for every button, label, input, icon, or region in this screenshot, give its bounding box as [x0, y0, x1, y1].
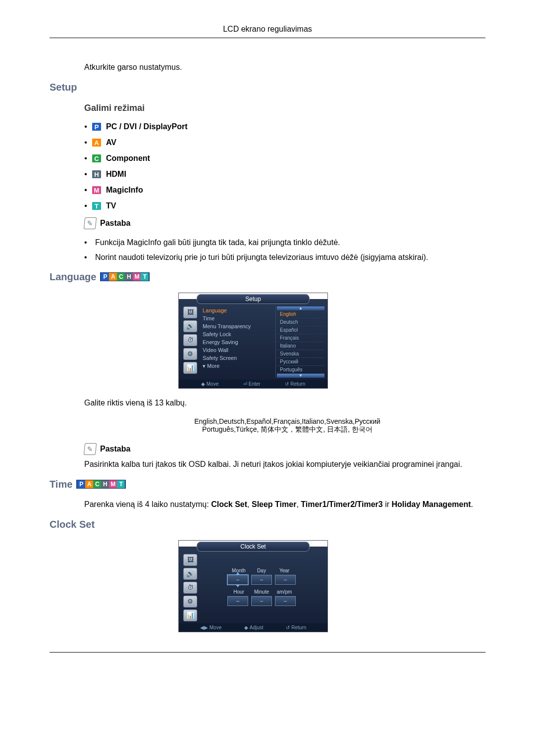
val-day[interactable]: -- — [251, 575, 272, 585]
osd-menu-item[interactable]: Menu Transparency — [203, 322, 273, 330]
mode-list: •PPC / DVI / DisplayPort•AAV•CComponent•… — [84, 122, 485, 210]
lbl-ampm: am/pm — [274, 589, 294, 595]
osd-lang-item[interactable]: Français — [277, 334, 324, 342]
scroll-down-icon[interactable]: ▼ — [277, 374, 324, 378]
move-icon: ◆ — [201, 381, 205, 387]
osd-lang-item[interactable]: Deutsch — [277, 318, 324, 326]
hint-move: Move — [210, 625, 221, 630]
time-opt: Sleep Timer — [252, 500, 296, 508]
language-text: Galite riktis vieną iš 13 kalbų. — [84, 399, 485, 407]
mode-badge-icon: A — [109, 273, 117, 281]
sep: , — [247, 500, 252, 508]
bullet: • — [84, 154, 87, 163]
bullet: • — [84, 202, 87, 210]
and: ir — [383, 500, 392, 508]
osd-lang-item[interactable]: Svenska — [277, 350, 324, 358]
osd-lang-item[interactable]: Español — [277, 326, 324, 334]
mode-badge-icon: M — [133, 273, 141, 281]
osd-menu-item[interactable]: Language — [203, 306, 273, 314]
osd-side-icon[interactable]: 🖼 — [183, 306, 197, 318]
bullet: • — [84, 186, 87, 195]
mode-label: PC / DVI / DisplayPort — [106, 122, 187, 131]
osd-side-icon[interactable]: 🔊 — [183, 568, 197, 580]
val-month[interactable]: -- — [227, 575, 248, 585]
lbl-minute: Minute — [252, 589, 271, 595]
osd-side-icons: 🖼🔊⏱⚙📊 — [182, 554, 199, 621]
time-opt: Clock Set — [211, 500, 247, 508]
osd-side-icon[interactable]: ⚙ — [183, 596, 197, 607]
osd-side-icon[interactable]: 📊 — [183, 609, 197, 621]
osd-side-icons: 🖼🔊⏱⚙📊 — [182, 306, 199, 378]
lang-list-1: English,Deutsch,Español,Français,Italian… — [149, 417, 426, 425]
mode-badge-icon: H — [101, 480, 109, 488]
mode-badge-icon: A — [85, 480, 93, 488]
osd-menu-item[interactable]: Video Wall — [203, 346, 273, 354]
val-year[interactable]: -- — [275, 575, 296, 585]
mode-badge-icon: T — [141, 273, 149, 281]
note-label: Pastaba — [100, 219, 130, 228]
hint-enter: Enter — [249, 381, 261, 387]
time-pre: Parenka vieną iš 4 laiko nustatymų: — [84, 500, 211, 508]
lbl-year: Year — [274, 568, 294, 573]
mode-label: AV — [106, 138, 116, 147]
bullet: • — [84, 138, 87, 147]
mode-row: •MMagicInfo — [84, 186, 485, 195]
osd-language: Setup 🖼🔊⏱⚙📊 LanguageTimeMenu Transparenc… — [178, 293, 328, 389]
page-footer-rule — [50, 652, 485, 657]
return-icon: ↺ — [285, 381, 289, 387]
osd-side-icon[interactable]: ⏱ — [183, 334, 197, 346]
mode-badge-icon: P — [101, 273, 109, 281]
osd-footer: ◆ Move ⏎ Enter ↺ Return — [179, 380, 327, 388]
language-heading: Language — [50, 271, 96, 283]
osd-clockset: Clock Set 🖼🔊⏱⚙📊 Month Day Year -- -- -- … — [178, 540, 328, 632]
mode-label: HDMI — [106, 170, 126, 179]
osd-menu-item[interactable]: Energy Saving — [203, 338, 273, 346]
mode-row: •HHDMI — [84, 170, 485, 179]
hint-return: Return — [290, 381, 305, 387]
time-heading: Time — [50, 479, 72, 490]
page-header: LCD ekrano reguliavimas — [50, 25, 485, 38]
osd-side-icon[interactable]: 🖼 — [183, 554, 197, 566]
hint-adjust: Adjust — [250, 625, 264, 630]
osd-lang-item[interactable]: Português — [277, 366, 324, 374]
val-minute[interactable]: -- — [251, 596, 272, 606]
val-hour[interactable]: -- — [227, 596, 248, 606]
mode-badge-strip: PACHMT — [76, 480, 126, 489]
note-list: •Funkcija MagicInfo gali būti įjungta ti… — [84, 237, 485, 263]
osd-menu-item[interactable]: Safety Screen — [203, 354, 273, 362]
osd-lang-item[interactable]: English — [277, 310, 324, 318]
osd-menu-item[interactable]: Time — [203, 314, 273, 322]
scroll-up-icon[interactable]: ▲ — [277, 306, 324, 310]
osd-side-icon[interactable]: ⏱ — [183, 582, 197, 594]
osd-lang-item[interactable]: Русский — [277, 358, 324, 366]
osd-menu-item[interactable]: Safety Lock — [203, 330, 273, 338]
mode-badge-icon: C — [93, 480, 101, 488]
bullet: • — [84, 170, 87, 179]
osd-menu: LanguageTimeMenu TransparencySafety Lock… — [199, 306, 275, 378]
mode-badge-icon: P — [92, 123, 101, 131]
setup-heading: Setup — [50, 82, 485, 93]
language-note-text: Pasirinkta kalba turi įtakos tik OSD kal… — [84, 460, 485, 469]
enter-icon: ⏎ — [243, 381, 247, 387]
adjust-icon: ◆ — [244, 625, 248, 630]
osd-side-icon[interactable]: 🔊 — [183, 320, 197, 332]
osd-lang-item[interactable]: Italiano — [277, 342, 324, 350]
osd-side-icon[interactable]: 📊 — [183, 362, 197, 374]
mode-badge-icon: H — [125, 273, 133, 281]
osd-menu-item[interactable]: ▾ More — [203, 362, 273, 370]
mode-badge-icon: T — [92, 202, 101, 210]
osd-side-icon[interactable]: ⚙ — [183, 348, 197, 360]
clock-body: Month Day Year -- -- -- Hour Minute am/p… — [199, 554, 324, 621]
val-ampm[interactable]: -- — [275, 596, 296, 606]
mode-badge-icon: M — [92, 186, 101, 194]
mode-badge-icon: C — [92, 154, 101, 162]
language-list: English,Deutsch,Español,Français,Italian… — [149, 417, 426, 434]
mode-row: •TTV — [84, 202, 485, 210]
note-item: •Norint naudoti televizorių prie jo turi… — [84, 252, 485, 263]
note-label: Pastaba — [100, 445, 130, 454]
lang-list-2: Português,Türkçe, 简体中文，繁體中文, 日本語, 한국어 — [149, 425, 426, 434]
time-intro: Parenka vieną iš 4 laiko nustatymų: Cloc… — [84, 500, 485, 509]
time-opt: Timer1/Timer2/Timer3 — [301, 500, 382, 508]
mode-row: •CComponent — [84, 154, 485, 163]
mode-badge-strip: PACHMT — [100, 272, 150, 281]
